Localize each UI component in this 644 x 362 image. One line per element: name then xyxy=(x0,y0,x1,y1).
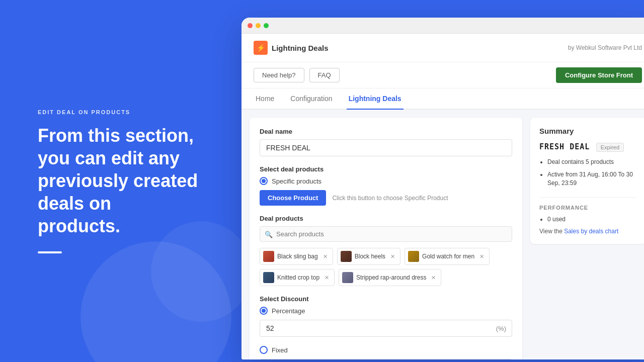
product-tag-top: Knitted crop top ✕ xyxy=(260,269,335,286)
select-deal-products-label: Select deal products xyxy=(260,165,512,173)
deal-products-label: Deal products xyxy=(260,215,512,222)
form-card: Deal name Select deal products Specific … xyxy=(250,118,522,359)
browser-window: ⚡ Lightning Deals by Webkul Software Pvt… xyxy=(242,18,644,359)
product-remove-watch[interactable]: ✕ xyxy=(479,253,484,260)
tab-lightning-deals[interactable]: Lightning Deals xyxy=(347,88,404,110)
product-name-watch: Gold watch for men xyxy=(422,253,474,260)
logo-icon: ⚡ xyxy=(254,41,268,55)
app-logo: ⚡ Lightning Deals xyxy=(254,41,329,55)
summary-item-products: Deal contains 5 products xyxy=(547,158,637,166)
browser-close-dot xyxy=(248,23,253,28)
performance-used-list: 0 used xyxy=(539,216,637,223)
product-search-box: 🔍 xyxy=(260,226,512,242)
browser-minimize-dot xyxy=(256,23,261,28)
main-layout: Deal name Select deal products Specific … xyxy=(242,110,644,359)
view-chart-text: View the Sales by deals chart xyxy=(539,228,637,235)
radio-percentage[interactable] xyxy=(260,307,268,315)
product-remove-bag[interactable]: ✕ xyxy=(323,253,328,260)
product-remove-top[interactable]: ✕ xyxy=(325,275,329,281)
deal-name-input[interactable] xyxy=(260,139,512,156)
summary-box: Summary FRESH DEAL Expired Deal contains… xyxy=(530,118,644,244)
expired-badge: Expired xyxy=(596,143,624,152)
need-help-button[interactable]: Need help? xyxy=(254,68,304,82)
choose-product-hint: Click this button to choose Specific Pro… xyxy=(332,195,448,202)
tab-home[interactable]: Home xyxy=(254,88,276,110)
summary-deal-name: FRESH DEAL xyxy=(539,142,590,151)
summary-deal-header: FRESH DEAL Expired xyxy=(539,142,637,152)
search-icon: 🔍 xyxy=(265,230,273,238)
tab-bar: Home Configuration Lightning Deals xyxy=(242,88,644,110)
product-remove-dress[interactable]: ✕ xyxy=(431,275,436,281)
configure-storefront-button[interactable]: Configure Store Front xyxy=(556,67,642,83)
nav-buttons-bar: Need help? FAQ Configure Store Front xyxy=(242,62,644,88)
radio-fixed-row: Fixed xyxy=(260,346,512,354)
dollar-input[interactable] xyxy=(260,359,512,359)
app-header: ⚡ Lightning Deals by Webkul Software Pvt… xyxy=(242,34,644,62)
browser-maximize-dot xyxy=(264,23,269,28)
radio-percentage-row: Percentage xyxy=(260,307,512,315)
divider xyxy=(38,251,62,253)
radio-specific-products[interactable] xyxy=(260,177,268,185)
select-discount-label: Select Discount xyxy=(260,295,512,303)
performance-used-item: 0 used xyxy=(547,216,637,223)
nav-left-buttons: Need help? FAQ xyxy=(254,68,340,82)
section-heading: From this section, you can edit any prev… xyxy=(38,124,199,237)
discount-section: Select Discount Percentage (%) Fixed xyxy=(260,295,512,359)
bg-decoration-2 xyxy=(151,221,252,322)
product-tag-dress: Stripped rap-around dress ✕ xyxy=(339,269,441,286)
app-byline: by Webkul Software Pvt Ltd xyxy=(568,44,642,51)
radio-fixed-label: Fixed xyxy=(272,346,288,354)
dollar-input-wrap: $ xyxy=(260,359,512,359)
section-label: EDIT DEAL ON PRODUCTS xyxy=(38,109,199,115)
product-thumb-heels xyxy=(341,251,352,262)
radio-percentage-label: Percentage xyxy=(272,307,305,315)
product-tag-heels: Block heels ✕ xyxy=(337,248,400,265)
summary-list: Deal contains 5 products Active from 31 … xyxy=(539,158,637,187)
performance-title: PERFORMANCE xyxy=(539,205,637,211)
summary-item-dates: Active from 31 Aug, 16:00 To 30 Sep, 23:… xyxy=(547,170,637,188)
product-thumb-dress xyxy=(342,272,353,283)
sales-chart-link[interactable]: Sales by deals chart xyxy=(564,228,618,235)
percentage-input-wrap: (%) xyxy=(260,320,512,337)
choose-product-button[interactable]: Choose Product xyxy=(260,190,326,206)
choose-product-row: Choose Product Click this button to choo… xyxy=(260,190,512,206)
product-search-input[interactable] xyxy=(260,226,512,242)
summary-card: Summary FRESH DEAL Expired Deal contains… xyxy=(530,118,644,359)
radio-fixed[interactable] xyxy=(260,346,268,354)
percentage-input-row: (%) xyxy=(260,320,512,337)
summary-title: Summary xyxy=(539,127,637,135)
browser-titlebar xyxy=(242,18,644,34)
radio-specific-label: Specific products xyxy=(272,177,321,185)
product-thumb-watch xyxy=(408,251,419,262)
product-name-heels: Block heels xyxy=(355,253,385,260)
product-tag-bag: Black sling bag ✕ xyxy=(260,248,333,265)
faq-button[interactable]: FAQ xyxy=(309,68,340,82)
tab-configuration[interactable]: Configuration xyxy=(288,88,334,110)
deal-name-label: Deal name xyxy=(260,128,512,135)
app-content: ⚡ Lightning Deals by Webkul Software Pvt… xyxy=(242,34,644,359)
radio-specific-row: Specific products xyxy=(260,177,512,185)
product-thumb-top xyxy=(263,272,274,283)
product-tag-watch: Gold watch for men ✕ xyxy=(405,248,490,265)
percent-suffix: (%) xyxy=(496,325,506,332)
product-name-top: Knitted crop top xyxy=(277,274,319,281)
product-tags-container: Black sling bag ✕ Block heels ✕ Gold wat… xyxy=(260,248,512,286)
percentage-input[interactable] xyxy=(260,320,512,337)
left-panel: EDIT DEAL ON PRODUCTS From this section,… xyxy=(0,0,236,362)
fixed-input-row: $ xyxy=(260,359,512,359)
product-thumb-bag xyxy=(263,251,274,262)
performance-section: PERFORMANCE 0 used View the Sales by dea… xyxy=(539,197,637,235)
product-remove-heels[interactable]: ✕ xyxy=(390,253,395,260)
app-name: Lightning Deals xyxy=(272,44,329,52)
product-name-dress: Stripped rap-around dress xyxy=(356,274,426,281)
product-name-bag: Black sling bag xyxy=(277,253,318,260)
